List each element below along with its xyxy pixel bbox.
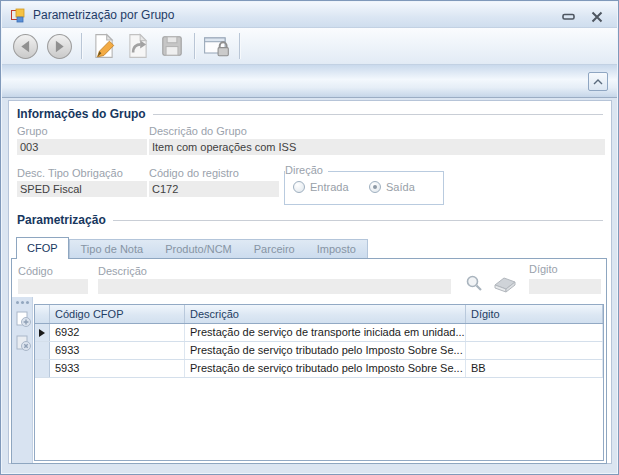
app-window: Parametrização por Grupo <box>0 0 619 475</box>
direcao-groupbox: Direção Entrada Saída <box>284 171 444 205</box>
radio-saida[interactable]: Saída <box>369 181 415 193</box>
tab-parceiro[interactable]: Parceiro <box>243 240 306 259</box>
collapsible-header <box>2 65 617 98</box>
filter-codigo-label: Código <box>18 265 53 277</box>
grupo-label: Grupo <box>17 125 48 137</box>
close-icon <box>591 11 603 23</box>
tipo-obrigacao-label: Desc. Tipo Obrigação <box>17 167 123 179</box>
filter-digito-input[interactable] <box>529 279 601 294</box>
minimize-button[interactable] <box>559 10 579 24</box>
toolbar-separator <box>81 33 82 59</box>
clear-filter-button[interactable] <box>491 274 519 294</box>
grupo-field[interactable]: 003 <box>17 139 147 155</box>
chevron-up-icon <box>593 79 603 85</box>
window-title: Parametrização por Grupo <box>33 2 174 28</box>
edit-button[interactable] <box>88 30 120 62</box>
grip-dots-icon <box>16 301 19 304</box>
cell-descricao[interactable]: Prestação de serviço de transporte inici… <box>185 324 466 341</box>
tab-tipo-de-nota[interactable]: Tipo de Nota <box>70 240 155 259</box>
tab-produto-ncm[interactable]: Produto/NCM <box>154 240 243 259</box>
filter-digito-label: Dígito <box>529 263 558 275</box>
cell-codigo[interactable]: 6933 <box>50 342 185 359</box>
grid-header-descricao[interactable]: Descrição <box>185 305 466 323</box>
search-button[interactable] <box>464 273 484 293</box>
descricao-grupo-label: Descrição do Grupo <box>149 125 247 137</box>
grid-header-selector[interactable] <box>35 305 50 323</box>
filter-descricao-label: Descrição <box>98 265 147 277</box>
cell-digito[interactable] <box>466 342 603 359</box>
tab-cfop[interactable]: CFOP <box>16 237 69 259</box>
table-row[interactable]: 6932 Prestação de serviço de transporte … <box>35 324 603 342</box>
radio-circle-icon <box>293 181 305 193</box>
inactive-tabs: Tipo de Nota Produto/NCM Parceiro Impost… <box>69 239 368 259</box>
section-title: Informações do Grupo <box>17 107 146 121</box>
section-rule <box>113 220 603 221</box>
current-row-marker-icon <box>39 329 45 337</box>
tipo-obrigacao-field[interactable]: SPED Fiscal <box>17 181 147 197</box>
section-title: Parametrização <box>17 213 106 227</box>
title-bar[interactable]: Parametrização por Grupo <box>2 2 617 28</box>
grid-header-row: Código CFOP Descrição Dígito <box>35 305 603 324</box>
add-row-button[interactable] <box>13 309 32 328</box>
parametrizacao-section-header: Parametrização <box>17 213 603 227</box>
radio-entrada[interactable]: Entrada <box>293 181 349 193</box>
group-info-section-header: Informações do Grupo <box>17 107 603 121</box>
grid-header-codigo-cfop[interactable]: Código CFOP <box>50 305 185 323</box>
row-selector[interactable] <box>35 360 50 377</box>
table-row[interactable]: 5933 Prestação de serviço tributado pelo… <box>35 360 603 378</box>
close-button[interactable] <box>587 10 607 24</box>
search-icon <box>465 274 483 292</box>
cfop-tab-panel: Código Descrição Dígito <box>11 258 607 464</box>
window-lock-icon <box>203 33 231 59</box>
security-button[interactable] <box>201 30 233 62</box>
undo-document-icon <box>125 33 151 59</box>
minimize-icon <box>562 13 576 21</box>
direcao-label: Direção <box>285 164 328 176</box>
row-selector[interactable] <box>35 324 50 341</box>
descricao-grupo-field[interactable]: Item com operações com ISS <box>149 139 605 155</box>
cell-descricao[interactable]: Prestação de serviço tributado pelo Impo… <box>185 360 466 377</box>
radio-entrada-label: Entrada <box>310 181 349 193</box>
delete-row-icon <box>14 334 32 352</box>
radio-saida-label: Saída <box>386 181 415 193</box>
add-row-icon <box>14 310 32 328</box>
grid-header-digito[interactable]: Dígito <box>466 305 603 323</box>
forward-button[interactable] <box>43 30 75 62</box>
cell-digito[interactable] <box>466 324 603 341</box>
floppy-disk-icon <box>159 33 185 59</box>
save-button[interactable] <box>156 30 188 62</box>
arrow-right-circle-icon <box>46 33 73 60</box>
radio-circle-selected-icon <box>369 181 381 193</box>
collapse-button[interactable] <box>588 72 608 91</box>
codigo-registro-label: Código do registro <box>149 167 239 179</box>
tab-imposto[interactable]: Imposto <box>306 240 367 259</box>
cell-codigo[interactable]: 6932 <box>50 324 185 341</box>
filter-codigo-input[interactable] <box>18 279 88 294</box>
form-icon <box>10 7 26 23</box>
toolbar <box>2 28 617 65</box>
cell-digito[interactable]: BB <box>466 360 603 377</box>
cfop-grid: Código CFOP Descrição Dígito 6932 Presta… <box>34 304 604 461</box>
table-row[interactable]: 6933 Prestação de serviço tributado pelo… <box>35 342 603 360</box>
section-rule <box>153 114 603 115</box>
eraser-icon <box>492 275 518 293</box>
undo-button[interactable] <box>122 30 154 62</box>
filter-descricao-input[interactable] <box>98 279 451 294</box>
pencil-document-icon <box>91 33 117 59</box>
main-panel: Informações do Grupo Grupo 003 Descrição… <box>8 100 612 464</box>
cell-codigo[interactable]: 5933 <box>50 360 185 377</box>
arrow-left-circle-icon <box>12 33 39 60</box>
cell-descricao[interactable]: Prestação de serviço tributado pelo Impo… <box>185 342 466 359</box>
row-selector[interactable] <box>35 342 50 359</box>
codigo-registro-field[interactable]: C172 <box>149 181 279 197</box>
toolbar-separator <box>239 33 240 59</box>
toolbar-separator <box>194 33 195 59</box>
grid-side-toolbar <box>12 297 33 463</box>
tab-strip: CFOP Tipo de Nota Produto/NCM Parceiro I… <box>16 237 368 259</box>
back-button[interactable] <box>9 30 41 62</box>
delete-row-button[interactable] <box>13 333 32 352</box>
